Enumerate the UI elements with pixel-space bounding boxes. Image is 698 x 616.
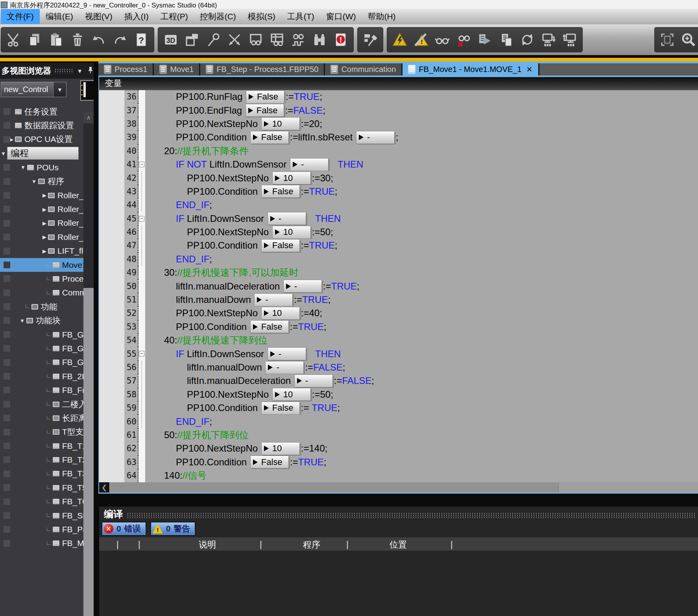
cross-reference-button[interactable] bbox=[225, 30, 244, 50]
code-line[interactable]: 61 50://提升机下降到位 bbox=[99, 428, 698, 442]
menu-item-6[interactable]: 控制器(C) bbox=[194, 9, 242, 24]
tree-item-fb_t6_7l[interactable]: ∟FB_T6_7l bbox=[0, 495, 83, 509]
online-value-box[interactable]: False bbox=[246, 90, 284, 103]
tree-item-roller_flo[interactable]: ▶Roller_flo bbox=[0, 216, 83, 230]
fold-collapse-icon[interactable]: − bbox=[139, 162, 144, 167]
code-line[interactable]: 42 PP100.NextStepNo 10:=30; bbox=[99, 171, 698, 184]
tree-item-opc-ua-[interactable]: ▶OPC UA设置 bbox=[0, 133, 83, 146]
code-content[interactable]: PP100.RunFlag False:=TRUE; bbox=[145, 90, 698, 103]
code-line[interactable]: 38 PP100.NextStepNo 10:=20; bbox=[99, 117, 698, 131]
tree-item--[interactable]: ▼功能块 bbox=[0, 314, 83, 327]
code-content[interactable]: liftIn.manualDeceleration -:=TRUE; bbox=[145, 279, 698, 293]
tree-item-commu[interactable]: ∟Commu bbox=[0, 286, 83, 300]
code-line[interactable]: 49 30://提升机慢速下降,可以加延时 bbox=[99, 266, 698, 279]
watch-table-button[interactable] bbox=[268, 30, 286, 50]
column-separator[interactable]: | bbox=[116, 539, 119, 550]
code-line[interactable]: 48 END_IF; bbox=[99, 253, 698, 266]
zoom-in-button[interactable] bbox=[679, 30, 698, 50]
code-line[interactable]: 40 20://提升机下降条件 bbox=[99, 144, 698, 158]
code-content[interactable]: PP100.NextStepNo 10:=40; bbox=[145, 306, 698, 320]
online-value-box[interactable]: False bbox=[261, 185, 300, 198]
tree-item-fb_gene[interactable]: ∟FB_Gene bbox=[0, 341, 83, 355]
tree-item-fb_step[interactable]: ∟FB_Step bbox=[0, 509, 83, 522]
redo-button[interactable] bbox=[111, 30, 129, 50]
check-all-button[interactable]: ! bbox=[412, 30, 430, 50]
online-value-box[interactable]: - bbox=[268, 212, 306, 225]
code-line[interactable]: 47 PP100.Condition False:=TRUE; bbox=[99, 239, 698, 252]
column-separator[interactable]: | bbox=[346, 539, 349, 550]
menu-item-10[interactable]: 帮助(H) bbox=[362, 9, 401, 24]
menu-item-3[interactable]: 视图(V) bbox=[79, 9, 118, 24]
tree-item-roller_flo[interactable]: ▶Roller_flo bbox=[0, 230, 83, 244]
tree-item-move1[interactable]: ∟Move1 bbox=[0, 258, 83, 272]
code-line[interactable]: 58 PP100.NextStepNo 10:=50; bbox=[99, 388, 698, 401]
close-icon[interactable]: ✕ bbox=[526, 65, 533, 74]
undo-button[interactable] bbox=[89, 30, 108, 50]
menu-item-2[interactable]: 编辑(E) bbox=[40, 9, 79, 24]
item-checkbox[interactable] bbox=[4, 275, 10, 282]
item-checkbox[interactable] bbox=[4, 108, 10, 115]
code-content[interactable]: 140://信号 bbox=[145, 469, 698, 482]
code-line[interactable]: 43 PP100.Condition False:=TRUE; bbox=[99, 185, 698, 198]
tree-item-fb_t1_8l[interactable]: ∟FB_T1_8l bbox=[0, 439, 83, 453]
code-content[interactable]: PP100.Condition False:=TRUE; bbox=[145, 239, 698, 252]
code-line[interactable]: 55 − IF LiftIn.DownSensor - THEN bbox=[99, 347, 698, 360]
tab-communication[interactable]: Communication bbox=[325, 63, 401, 76]
transfer-docs-button[interactable] bbox=[497, 30, 515, 50]
code-content[interactable]: PP100.NextStepNo 10:=30; bbox=[145, 171, 698, 184]
online-value-box[interactable]: 10 bbox=[261, 117, 300, 130]
column-separator[interactable]: | bbox=[260, 539, 262, 550]
copy-button[interactable] bbox=[26, 30, 44, 50]
monitor-stop-button[interactable] bbox=[454, 30, 473, 50]
new-window-button[interactable] bbox=[183, 30, 201, 50]
tree-item-roller_bu[interactable]: ▶Roller_Bu bbox=[0, 188, 83, 202]
online-value-box[interactable]: 10 bbox=[261, 442, 300, 455]
tree-item--[interactable]: 任务设置 bbox=[0, 105, 83, 118]
scroll-left-button[interactable]: ❮ bbox=[99, 482, 109, 492]
chevron-down-icon[interactable]: ▼ bbox=[31, 179, 37, 184]
code-content[interactable]: 30://提升机慢速下降,可以加延时 bbox=[145, 266, 698, 279]
menu-item-5[interactable]: 工程(P) bbox=[155, 9, 194, 24]
pin-icon[interactable] bbox=[87, 66, 94, 75]
online-value-box[interactable]: False bbox=[246, 104, 284, 117]
column-separator[interactable]: | bbox=[138, 539, 140, 550]
online-value-box[interactable]: - bbox=[290, 158, 329, 171]
item-checkbox[interactable] bbox=[4, 498, 10, 505]
online-value-box[interactable]: False bbox=[250, 131, 289, 144]
st-code-editor[interactable]: 36 PP100.RunFlag False:=TRUE; 37 PP100.E… bbox=[99, 90, 698, 482]
code-line[interactable]: 51 liftIn.manualDown -:=TRUE; bbox=[99, 293, 698, 306]
code-content[interactable]: PP100.NextStepNo 10:=140; bbox=[145, 442, 698, 455]
chevron-right-icon[interactable]: ▶ bbox=[42, 234, 46, 240]
tree-item--[interactable]: ∟二楼入库 bbox=[0, 397, 83, 411]
cut-button[interactable] bbox=[4, 30, 23, 50]
item-checkbox[interactable] bbox=[4, 470, 10, 477]
code-content[interactable]: liftIn.manualDeceleration -:=FALSE; bbox=[145, 374, 698, 387]
tree-item-lift_floo[interactable]: ▶LIFT_floo bbox=[0, 244, 83, 258]
upload-from-controller-button[interactable] bbox=[560, 30, 579, 50]
chevron-right-icon[interactable]: ▶ bbox=[42, 207, 46, 212]
code-content[interactable]: IF NOT LiftIn.DownSensor - THEN bbox=[145, 158, 698, 171]
scroll-up-button[interactable]: ∧ bbox=[83, 112, 94, 124]
item-checkbox[interactable] bbox=[4, 290, 10, 296]
warnings-filter-button[interactable]: ! 0 警告 bbox=[150, 522, 196, 536]
tools-button[interactable] bbox=[204, 30, 223, 50]
check-program-button[interactable] bbox=[390, 30, 409, 50]
tree-item-fb_move[interactable]: ∟FB_Move bbox=[0, 537, 83, 550]
online-value-box[interactable]: - bbox=[283, 280, 322, 293]
tree-item-fb_t5_2l[interactable]: ∟FB_T5_2l bbox=[0, 481, 83, 494]
code-line[interactable]: 64 140://信号 bbox=[99, 469, 698, 482]
item-checkbox[interactable] bbox=[4, 164, 10, 171]
item-checkbox[interactable] bbox=[4, 234, 10, 240]
item-checkbox[interactable] bbox=[4, 248, 10, 255]
online-value-box[interactable]: 10 bbox=[261, 307, 300, 320]
tree-item-fb_2roll[interactable]: ∟FB_2Roll bbox=[0, 369, 83, 383]
online-value-box[interactable]: False bbox=[261, 402, 300, 415]
code-line[interactable]: 59 PP100.Condition False:= TRUE; bbox=[99, 401, 698, 415]
online-value-box[interactable]: - bbox=[265, 361, 304, 374]
item-checkbox[interactable] bbox=[4, 303, 10, 310]
item-checkbox[interactable] bbox=[4, 456, 10, 463]
code-content[interactable]: PP100.Condition False:=TRUE; bbox=[145, 185, 698, 198]
tree-item--[interactable]: ∟长距离电 bbox=[0, 411, 83, 425]
code-content[interactable]: PP100.Condition False:=liftIn.sbReset -; bbox=[145, 131, 698, 144]
item-checkbox[interactable] bbox=[4, 122, 10, 129]
